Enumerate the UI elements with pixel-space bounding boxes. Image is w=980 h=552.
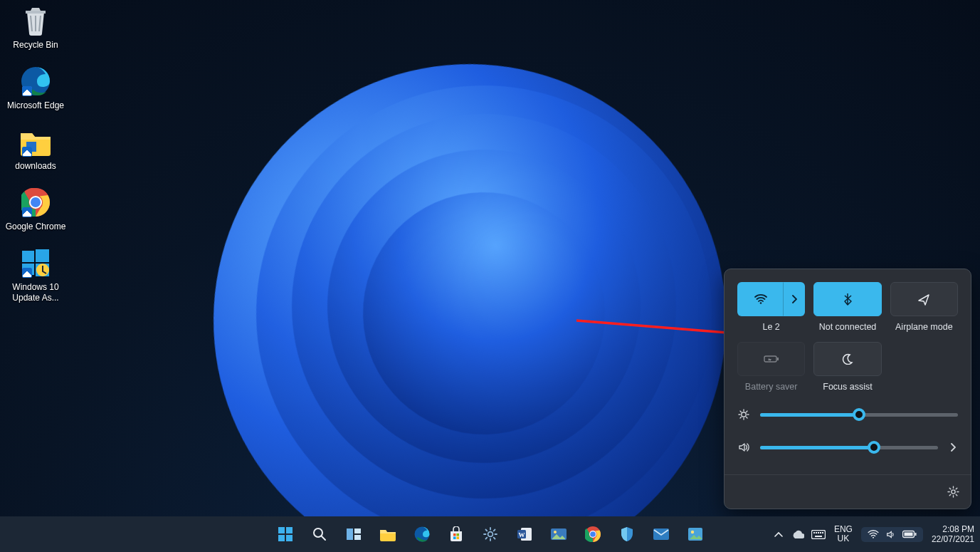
brightness-thumb[interactable] bbox=[853, 408, 865, 421]
clock-button[interactable]: 2:08 PM 22/07/2021 bbox=[932, 524, 974, 544]
language-button[interactable]: ENG UK bbox=[834, 525, 853, 543]
keyboard-icon[interactable] bbox=[811, 530, 826, 539]
mail-icon bbox=[653, 528, 670, 541]
desktop-icon-edge[interactable]: Microsoft Edge bbox=[0, 65, 71, 111]
svg-rect-46 bbox=[822, 532, 823, 533]
network-volume-battery-button[interactable] bbox=[861, 527, 923, 542]
icon-label: Google Chrome bbox=[0, 222, 71, 232]
svg-rect-16 bbox=[278, 527, 285, 533]
svg-point-11 bbox=[759, 302, 762, 304]
chevron-right-icon bbox=[791, 295, 797, 303]
tray-overflow-button[interactable] bbox=[774, 531, 783, 537]
volume-thumb[interactable] bbox=[868, 441, 880, 454]
qs-label: Le 2 bbox=[762, 322, 779, 332]
word-button[interactable]: W bbox=[510, 519, 539, 549]
battery-saver-icon bbox=[764, 354, 779, 364]
volume-icon bbox=[737, 442, 750, 453]
folder-icon bbox=[19, 125, 52, 158]
windows-icon bbox=[278, 526, 293, 542]
photos-button[interactable] bbox=[544, 519, 574, 549]
gallery-button[interactable] bbox=[680, 519, 710, 549]
taskbar-center: W bbox=[270, 519, 710, 549]
svg-rect-21 bbox=[347, 528, 353, 540]
svg-rect-23 bbox=[354, 535, 361, 540]
svg-rect-17 bbox=[286, 527, 293, 533]
date-text: 22/07/2021 bbox=[932, 534, 974, 544]
airplane-icon bbox=[917, 293, 930, 306]
volume-output-button[interactable] bbox=[948, 443, 958, 452]
recycle-bin-icon bbox=[19, 4, 52, 37]
svg-rect-38 bbox=[653, 528, 669, 540]
desktop-icon-downloads[interactable]: downloads bbox=[0, 125, 71, 172]
qs-label: Not connected bbox=[819, 322, 877, 332]
qs-tile-bluetooth: Not connected bbox=[813, 282, 881, 332]
chrome-icon bbox=[19, 186, 52, 219]
wifi-icon bbox=[754, 294, 767, 304]
battery-icon bbox=[902, 530, 917, 538]
svg-rect-19 bbox=[286, 535, 293, 541]
gear-icon bbox=[483, 526, 498, 542]
desktop-icon-windows-update[interactable]: Windows 10 Update As... bbox=[0, 246, 71, 303]
svg-rect-41 bbox=[811, 530, 825, 538]
volume-slider[interactable] bbox=[760, 446, 938, 449]
svg-rect-50 bbox=[915, 533, 916, 536]
svg-point-37 bbox=[590, 531, 596, 537]
qs-tile-wifi: Le 2 bbox=[737, 282, 805, 332]
edge-button[interactable] bbox=[407, 519, 437, 549]
word-icon: W bbox=[517, 526, 532, 542]
moon-icon bbox=[842, 353, 853, 365]
svg-point-14 bbox=[742, 412, 746, 417]
icon-label: downloads bbox=[0, 161, 71, 172]
chrome-button[interactable] bbox=[578, 519, 608, 549]
airplane-toggle[interactable] bbox=[890, 282, 958, 316]
qs-footer bbox=[725, 474, 971, 509]
wifi-icon bbox=[868, 530, 879, 538]
focus-assist-toggle[interactable] bbox=[813, 342, 881, 376]
windows-update-icon bbox=[19, 246, 52, 279]
edge-icon bbox=[19, 65, 52, 98]
mail-button[interactable] bbox=[646, 519, 676, 549]
qs-label: Battery saver bbox=[745, 382, 798, 392]
svg-rect-22 bbox=[354, 528, 361, 533]
start-button[interactable] bbox=[270, 519, 300, 549]
chrome-icon bbox=[585, 526, 601, 542]
brightness-slider[interactable] bbox=[760, 413, 958, 417]
chevron-right-icon bbox=[950, 443, 956, 452]
shield-icon bbox=[620, 526, 634, 542]
desktop-area: Recycle Bin Microsoft Edge downloads Goo… bbox=[0, 4, 71, 318]
security-button[interactable] bbox=[612, 519, 642, 549]
svg-rect-25 bbox=[453, 533, 456, 536]
svg-rect-27 bbox=[453, 537, 456, 540]
gear-icon bbox=[947, 486, 959, 498]
edge-icon bbox=[414, 526, 430, 542]
brightness-icon bbox=[737, 409, 750, 420]
svg-rect-42 bbox=[813, 532, 815, 533]
svg-rect-26 bbox=[456, 533, 459, 536]
task-view-button[interactable] bbox=[339, 519, 369, 549]
settings-button[interactable] bbox=[947, 486, 959, 498]
desktop-icon-recycle-bin[interactable]: Recycle Bin bbox=[0, 4, 71, 51]
svg-rect-18 bbox=[278, 535, 285, 541]
folder-icon bbox=[379, 527, 396, 541]
search-button[interactable] bbox=[305, 519, 334, 549]
onedrive-icon[interactable] bbox=[791, 530, 804, 538]
store-icon bbox=[448, 526, 464, 542]
svg-rect-45 bbox=[820, 532, 821, 533]
svg-point-29 bbox=[488, 532, 492, 537]
wifi-expand-button[interactable] bbox=[784, 282, 805, 316]
desktop-icon-chrome[interactable]: Google Chrome bbox=[0, 186, 71, 232]
store-button[interactable] bbox=[441, 519, 471, 549]
wifi-toggle[interactable] bbox=[737, 282, 784, 316]
settings-app-button[interactable] bbox=[475, 519, 505, 549]
explorer-button[interactable] bbox=[373, 519, 403, 549]
lang-bottom: UK bbox=[834, 534, 853, 543]
qs-label: Airplane mode bbox=[895, 322, 953, 332]
taskbar: W ENG UK bbox=[0, 516, 980, 552]
bluetooth-toggle[interactable] bbox=[813, 282, 881, 316]
time-text: 2:08 PM bbox=[932, 524, 974, 534]
svg-rect-5 bbox=[22, 251, 34, 262]
volume-slider-row bbox=[737, 442, 958, 453]
svg-point-20 bbox=[314, 528, 322, 537]
svg-rect-13 bbox=[777, 358, 779, 360]
qs-label: Focus assist bbox=[823, 382, 872, 392]
